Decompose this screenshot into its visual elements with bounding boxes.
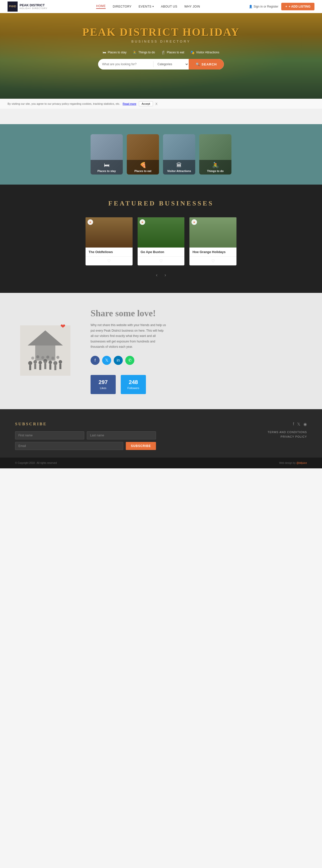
last-name-input[interactable] (87, 431, 156, 439)
goape-name: Go Ape Buxton (141, 250, 182, 254)
eat-icon: 🍴 (161, 50, 165, 54)
hoegrange-heart[interactable]: ♡ (211, 258, 215, 264)
cookie-text: By visiting our site, you agree to our p… (7, 102, 120, 105)
filter-attract[interactable]: 🎭 Visitor Attractions (190, 50, 219, 54)
hoegrange-footer: ♡ (189, 256, 237, 266)
filter-eat[interactable]: 🍴 Places to eat (161, 50, 184, 54)
biz-card-hoegrange[interactable]: ★ Hoe Grange Holidays ♡ (189, 217, 237, 266)
logo-box: PH HD (7, 1, 17, 11)
footer-rss-icon[interactable]: ◉ (303, 422, 307, 427)
oddfellows-heart[interactable]: ♡ (107, 258, 111, 264)
share-facebook-button[interactable]: f (91, 356, 100, 365)
hoegrange-body: Hoe Grange Holidays (189, 248, 237, 256)
search-button[interactable]: 🔍 SEARCH (189, 59, 224, 69)
share-twitter-button[interactable]: 𝕏 (102, 356, 111, 365)
webdesign-text: Web design by @ddjuice (279, 462, 307, 464)
nav-events[interactable]: EVENTS (139, 5, 154, 8)
cookie-close-button[interactable]: X (155, 102, 158, 106)
tw-count: 248 (127, 379, 140, 385)
email-input[interactable] (15, 442, 123, 450)
svg-point-5 (33, 360, 37, 364)
share-section: ❤ (0, 293, 322, 409)
plus-icon: + (285, 5, 287, 8)
carousel-controls: ‹ › (10, 273, 312, 278)
terms-link[interactable]: TERMS AND CONDITIONS (166, 431, 307, 434)
privacy-link[interactable]: PRIVACY POLICY (166, 435, 307, 438)
category-card-attract[interactable]: 🏛 Visitor Attractions (163, 134, 195, 175)
featured-title: FEATURED BUSINESSES (10, 200, 312, 207)
webdesign-link[interactable]: @ddjuice (296, 462, 307, 464)
svg-point-20 (46, 355, 49, 359)
nav-why-join[interactable]: WHY JOIN (184, 5, 200, 8)
hero-section: PEAK DISTRICT HOLIDAY BUSINESS DIRECTORY… (0, 13, 322, 99)
footer-bottom: © Copyright 2018 · All rights reserved W… (0, 458, 322, 468)
svg-rect-10 (44, 363, 46, 369)
facebook-counter[interactable]: 297 Likes (91, 375, 116, 394)
email-row: SUBSCRIBE (15, 442, 156, 450)
footer-twitter-icon[interactable]: 𝕏 (297, 422, 300, 427)
category-card-stay[interactable]: 🛏 Places to stay (91, 134, 123, 175)
footer-grid: SUBSCRIBE SUBSCRIBE f 𝕏 ◉ TERMS AND COND… (15, 422, 307, 450)
nav-about[interactable]: ABOUT US (161, 5, 177, 8)
svg-point-9 (43, 359, 47, 363)
goape-body: Go Ape Buxton (138, 248, 185, 256)
stay-icon: 🛏 (103, 50, 106, 54)
stay-label: Places to stay (93, 169, 121, 173)
oddfellows-image: ★ (85, 217, 133, 248)
biz-card-oddfellows[interactable]: ★ The Oddfellows ♡ (85, 217, 133, 266)
category-select[interactable]: Categories Places to stay Things to do P… (153, 62, 189, 66)
oddfellows-name: The Oddfellows (88, 250, 130, 254)
category-grid: 🛏 Places to stay 🍕 Places to eat 🏛 Visit… (91, 134, 231, 175)
cookie-read-more[interactable]: Read more (123, 102, 136, 105)
crowd-illustration (20, 326, 70, 376)
hero-subtitle: BUSINESS DIRECTORY (131, 39, 190, 43)
stay-card-icon: 🛏 (93, 162, 121, 168)
todo-overlay: 🚴 Things to do (199, 160, 231, 175)
svg-point-19 (41, 356, 44, 359)
svg-point-21 (51, 356, 54, 360)
biz-card-goape[interactable]: ★ Go Ape Buxton ♡ (138, 217, 185, 266)
carousel-prev[interactable]: ‹ (153, 273, 160, 278)
featured-badge-3: ★ (191, 219, 197, 225)
tw-label: Followers (127, 386, 139, 390)
share-whatsapp-button[interactable]: ✆ (125, 356, 134, 365)
twitter-counter[interactable]: 248 Followers (121, 375, 146, 394)
site-header: PH HD PEAK DISTRICT HOLIDAY DIRECTORY HO… (0, 0, 322, 13)
oddfellows-body: The Oddfellows (85, 248, 133, 256)
filter-stay[interactable]: 🛏 Places to stay (103, 50, 127, 54)
filter-todo[interactable]: 🚴 Things to do (133, 50, 155, 54)
nav-directory[interactable]: DIRECTORY (113, 5, 132, 8)
carousel-next[interactable]: › (162, 273, 169, 278)
subscribe-button[interactable]: SUBSCRIBE (126, 442, 156, 450)
svg-point-13 (53, 361, 57, 365)
svg-point-17 (31, 356, 34, 360)
nav-home[interactable]: HOME (96, 4, 106, 9)
eat-overlay: 🍕 Places to eat (127, 160, 159, 175)
goape-heart[interactable]: ♡ (159, 258, 163, 264)
heart-decoration: ❤ (60, 323, 65, 330)
category-section: 🛏 Places to stay 🍕 Places to eat 🏛 Visit… (0, 124, 322, 185)
category-card-eat[interactable]: 🍕 Places to eat (127, 134, 159, 175)
svg-rect-16 (59, 364, 61, 369)
logo[interactable]: PH HD PEAK DISTRICT HOLIDAY DIRECTORY (7, 1, 47, 11)
category-card-todo[interactable]: 🚴 Things to do (199, 134, 231, 175)
svg-rect-4 (29, 365, 31, 370)
share-linkedin-button[interactable]: in (114, 356, 123, 365)
subscribe-form: SUBSCRIBE (15, 431, 156, 450)
todo-icon: 🚴 (133, 50, 137, 54)
hero-title: PEAK DISTRICT HOLIDAY (82, 26, 240, 38)
svg-point-22 (56, 356, 59, 359)
footer-links-column: f 𝕏 ◉ TERMS AND CONDITIONS PRIVACY POLIC… (166, 422, 307, 440)
svg-rect-8 (39, 364, 41, 370)
featured-badge-1: ★ (87, 219, 93, 225)
share-illustration: ❤ (20, 326, 75, 377)
footer-facebook-icon[interactable]: f (293, 422, 294, 427)
fb-count: 297 (97, 379, 110, 385)
sign-in-link[interactable]: 👤 Sign in or Register (249, 5, 279, 8)
add-listing-button[interactable]: + + ADD LISTING (281, 3, 315, 10)
cookie-accept-button[interactable]: Accept (139, 101, 153, 106)
hoegrange-name: Hoe Grange Holidays (192, 250, 234, 254)
search-input[interactable] (98, 62, 153, 66)
svg-rect-12 (49, 364, 51, 370)
first-name-input[interactable] (15, 431, 84, 439)
